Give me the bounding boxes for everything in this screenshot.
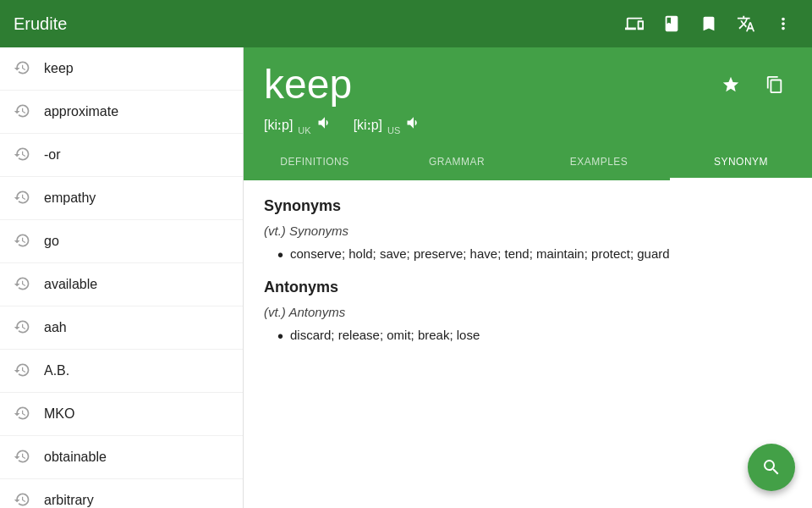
pronunciation-uk: [kiːp] UK bbox=[264, 114, 333, 135]
history-icon bbox=[14, 146, 32, 164]
sidebar: keep approximate -or empathy bbox=[0, 47, 244, 508]
sidebar-item-label: MKO bbox=[44, 406, 74, 422]
sidebar-item-label: keep bbox=[44, 61, 74, 76]
synonyms-heading: Synonyms bbox=[264, 197, 792, 215]
pron-text-uk: [kiːp] bbox=[264, 117, 293, 133]
app-title: Erudite bbox=[14, 14, 619, 34]
sidebar-item[interactable]: A.B. bbox=[0, 350, 243, 393]
speaker-uk-button[interactable] bbox=[316, 114, 333, 135]
search-fab[interactable] bbox=[748, 444, 795, 491]
history-icon bbox=[14, 491, 32, 508]
antonyms-text: discard; release; omit; break; lose bbox=[290, 326, 480, 345]
history-icon bbox=[14, 189, 32, 207]
sidebar-item-label: arbitrary bbox=[44, 493, 94, 508]
pron-text-us: [kiːp] bbox=[354, 117, 382, 133]
tab-synonym[interactable]: SYNONYM bbox=[670, 146, 812, 180]
antonyms-heading: Antonyms bbox=[264, 279, 792, 296]
history-icon bbox=[14, 275, 32, 294]
sidebar-item-label: available bbox=[44, 277, 97, 292]
sidebar-item-label: obtainable bbox=[44, 450, 107, 465]
sidebar-item-label: aah bbox=[44, 320, 67, 335]
header-actions bbox=[714, 68, 792, 102]
flashcard-icon[interactable] bbox=[619, 8, 650, 39]
synonyms-text: conserve; hold; save; preserve; have; te… bbox=[290, 245, 670, 264]
sidebar-item[interactable]: keep bbox=[0, 47, 243, 91]
antonyms-pos: (vt.) Antonyms bbox=[264, 305, 792, 319]
sidebar-item[interactable]: empathy bbox=[0, 177, 243, 220]
sidebar-item[interactable]: -or bbox=[0, 134, 243, 177]
star-button[interactable] bbox=[714, 68, 748, 102]
right-panel: keep [kiːp] UK bbox=[244, 47, 812, 508]
sidebar-item[interactable]: go bbox=[0, 220, 243, 263]
sidebar-item[interactable]: obtainable bbox=[0, 436, 243, 479]
history-icon bbox=[14, 232, 32, 251]
history-icon bbox=[14, 448, 32, 467]
sidebar-item[interactable]: MKO bbox=[0, 393, 243, 436]
synonyms-pos: (vt.) Synonyms bbox=[264, 224, 792, 238]
pronunciation-us: [kiːp] US bbox=[354, 114, 423, 135]
sidebar-item[interactable]: aah bbox=[0, 306, 243, 350]
history-icon bbox=[14, 59, 32, 78]
antonyms-list: • discard; release; omit; break; lose bbox=[277, 326, 792, 346]
history-icon bbox=[14, 362, 32, 380]
sidebar-item-label: go bbox=[44, 234, 59, 249]
copy-button[interactable] bbox=[758, 68, 792, 102]
sidebar-item-label: A.B. bbox=[44, 363, 69, 378]
sidebar-item[interactable]: approximate bbox=[0, 91, 243, 134]
bookmark-icon[interactable] bbox=[694, 8, 724, 39]
book-icon[interactable] bbox=[656, 8, 687, 39]
more-options-icon[interactable] bbox=[768, 8, 798, 39]
tab-grammar[interactable]: GRAMMAR bbox=[386, 146, 528, 180]
word-header: keep [kiːp] UK bbox=[244, 47, 812, 146]
word-title-row: keep bbox=[264, 61, 792, 108]
sidebar-item[interactable]: available bbox=[0, 263, 243, 306]
pron-locale-us: US bbox=[387, 125, 400, 135]
tab-examples[interactable]: EXAMPLES bbox=[528, 146, 670, 180]
history-icon bbox=[14, 102, 32, 121]
pronunciation-row: [kiːp] UK [kiːp] US bbox=[264, 114, 792, 135]
dictionary-icon[interactable] bbox=[731, 8, 761, 39]
bullet-dot: • bbox=[277, 245, 283, 265]
synonyms-list: • conserve; hold; save; preserve; have; … bbox=[277, 245, 792, 265]
pron-locale-uk: UK bbox=[298, 125, 310, 135]
bullet-dot-2: • bbox=[277, 326, 283, 346]
tab-definitions[interactable]: DEFINITIONS bbox=[244, 146, 386, 180]
content-area: Synonyms (vt.) Synonyms • conserve; hold… bbox=[244, 180, 812, 508]
history-icon bbox=[14, 405, 32, 423]
tabs: DEFINITIONSGRAMMAREXAMPLESSYNONYM bbox=[244, 146, 812, 180]
topbar-icons bbox=[619, 8, 798, 39]
top-bar: Erudite bbox=[0, 0, 812, 47]
sidebar-item-label: empathy bbox=[44, 190, 96, 206]
speaker-us-button[interactable] bbox=[405, 114, 422, 135]
word-title: keep bbox=[264, 61, 352, 108]
sidebar-item[interactable]: arbitrary bbox=[0, 479, 243, 508]
history-icon bbox=[14, 318, 32, 337]
main-content: keep approximate -or empathy bbox=[0, 47, 812, 508]
sidebar-item-label: -or bbox=[44, 147, 61, 163]
sidebar-item-label: approximate bbox=[44, 104, 118, 119]
